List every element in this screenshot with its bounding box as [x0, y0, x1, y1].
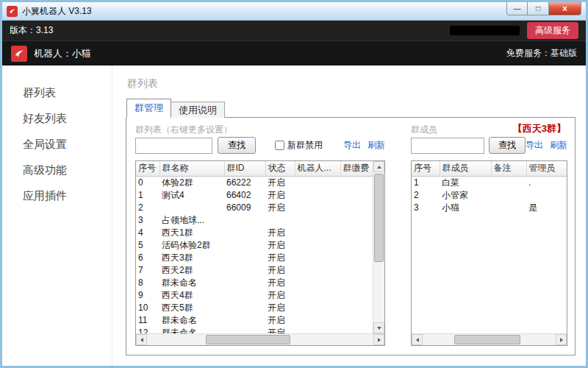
- close-button[interactable]: ×: [549, 2, 581, 15]
- table-row[interactable]: 6西天3群开启: [136, 252, 373, 264]
- column-header[interactable]: 群缴费: [340, 161, 373, 176]
- new-group-disable-checkbox[interactable]: [275, 141, 284, 150]
- tab-panel: 群列表（右键更多设置） 查找 新群禁用 导出 刷新 序号群名: [126, 117, 576, 355]
- table-cell: 9: [136, 289, 159, 302]
- sidebar-item-friend-list[interactable]: 好友列表: [2, 106, 112, 132]
- table-cell: 白菜: [440, 176, 491, 189]
- member-refresh-link[interactable]: 刷新: [550, 139, 567, 152]
- table-cell: 开启: [265, 189, 295, 202]
- table-cell: 开启: [265, 314, 295, 327]
- table-cell: 10: [136, 302, 159, 314]
- horizontal-scrollbar[interactable]: [136, 333, 384, 345]
- group-export-link[interactable]: 导出: [343, 139, 361, 152]
- table-row[interactable]: 8群未命名开启: [136, 277, 373, 289]
- group-search-input[interactable]: [135, 138, 212, 154]
- table-cell: [340, 314, 373, 327]
- app-logo-icon: [11, 46, 27, 62]
- tab-instructions[interactable]: 使用说明: [171, 102, 225, 118]
- scroll-right-icon[interactable]: [556, 334, 567, 345]
- table-cell: [295, 327, 340, 334]
- vertical-scroll-thumb[interactable]: [374, 174, 384, 262]
- version-label: 版本：3.13: [10, 24, 53, 37]
- sidebar-item-app-plugins[interactable]: 应用插件: [2, 183, 112, 209]
- minimize-button[interactable]: —: [506, 2, 528, 15]
- table-cell: [340, 252, 373, 264]
- service-level-label: 免费服务：基础版: [506, 47, 577, 60]
- horizontal-scroll-thumb[interactable]: [454, 335, 520, 344]
- scroll-up-icon[interactable]: [373, 161, 384, 172]
- table-row[interactable]: 3小猫是: [412, 202, 567, 214]
- maximize-button[interactable]: □: [528, 2, 549, 15]
- sidebar-item-group-list[interactable]: 群列表: [2, 80, 112, 106]
- table-row[interactable]: 5活码体验2群开启: [136, 239, 373, 252]
- group-find-button[interactable]: 查找: [218, 137, 256, 154]
- vertical-scrollbar[interactable]: [373, 161, 384, 333]
- new-group-disable-checkbox-label: 新群禁用: [275, 139, 323, 152]
- member-export-link[interactable]: 导出: [526, 139, 543, 152]
- table-row[interactable]: 1测试466402开启: [136, 189, 373, 202]
- member-find-button[interactable]: 查找: [489, 137, 526, 154]
- table-cell: 开启: [265, 227, 295, 239]
- table-row[interactable]: 266009开启: [136, 202, 373, 214]
- column-header[interactable]: 群成员: [440, 161, 491, 176]
- table-row[interactable]: 4西天1群开启: [136, 227, 373, 239]
- table-cell: 西天5群: [159, 302, 224, 314]
- column-header[interactable]: 群ID: [224, 161, 265, 176]
- table-row[interactable]: 3占领地球...: [136, 214, 373, 227]
- table-cell: 开启: [265, 264, 295, 277]
- table-cell: 开启: [265, 302, 295, 314]
- table-cell: [265, 214, 295, 227]
- table-cell: 西天3群: [159, 252, 224, 264]
- premium-service-button[interactable]: 高级服务: [527, 22, 578, 39]
- column-header[interactable]: 群名称: [159, 161, 224, 176]
- table-row[interactable]: 1白菜.: [412, 176, 567, 189]
- table-cell: 2: [412, 189, 440, 202]
- column-header[interactable]: 备注: [491, 161, 526, 176]
- table-cell: [224, 239, 265, 252]
- table-row[interactable]: 10西天5群开启: [136, 302, 373, 314]
- table-row[interactable]: 2小管家: [412, 189, 567, 202]
- column-header[interactable]: 管理员: [526, 161, 567, 176]
- tab-group-management[interactable]: 群管理: [126, 99, 171, 118]
- table-cell: 开启: [265, 239, 295, 252]
- redacted-text: [450, 26, 520, 35]
- column-header[interactable]: 机器人...: [295, 161, 340, 176]
- member-search-input[interactable]: [411, 138, 484, 154]
- table-cell: 开启: [265, 289, 295, 302]
- table-row[interactable]: 9西天4群开启: [136, 289, 373, 302]
- member-horizontal-scrollbar[interactable]: [412, 333, 567, 345]
- table-cell: 66402: [224, 189, 265, 202]
- table-cell: 0: [136, 176, 159, 189]
- scroll-left-icon[interactable]: [412, 334, 423, 345]
- sidebar-item-advanced-features[interactable]: 高级功能: [2, 158, 112, 183]
- table-cell: [340, 227, 373, 239]
- group-refresh-link[interactable]: 刷新: [368, 139, 385, 152]
- robot-name-label: 机器人：小猫: [34, 47, 91, 60]
- table-row[interactable]: 0体验2群66222开启: [136, 176, 373, 189]
- column-header[interactable]: 状态: [265, 161, 295, 176]
- title-bar[interactable]: 小翼机器人 V3.13 — □ ×: [2, 2, 586, 21]
- table-cell: [224, 277, 265, 289]
- table-row[interactable]: 7西天2群开启: [136, 264, 373, 277]
- scroll-down-icon[interactable]: [373, 322, 384, 333]
- table-cell: [526, 189, 567, 202]
- table-row[interactable]: 11群未命名开启: [136, 314, 373, 327]
- scroll-right-icon[interactable]: [373, 334, 384, 345]
- table-cell: [295, 314, 340, 327]
- table-cell: 66009: [224, 202, 265, 214]
- table-cell: [295, 214, 340, 227]
- group-list-label: 群列表（右键更多设置）: [135, 124, 232, 136]
- horizontal-scroll-thumb[interactable]: [206, 335, 290, 344]
- scroll-left-icon[interactable]: [136, 334, 147, 345]
- table-cell: [224, 314, 265, 327]
- table-cell: [491, 202, 526, 214]
- column-header[interactable]: 序号: [136, 161, 159, 176]
- table-cell: [340, 202, 373, 214]
- table-cell: [295, 202, 340, 214]
- table-cell: [340, 214, 373, 227]
- sidebar-item-global-settings[interactable]: 全局设置: [2, 132, 112, 158]
- table-cell: [340, 239, 373, 252]
- column-header[interactable]: 序号: [412, 161, 440, 176]
- table-row[interactable]: 12群未命名开启: [136, 327, 373, 334]
- table-cell: [224, 264, 265, 277]
